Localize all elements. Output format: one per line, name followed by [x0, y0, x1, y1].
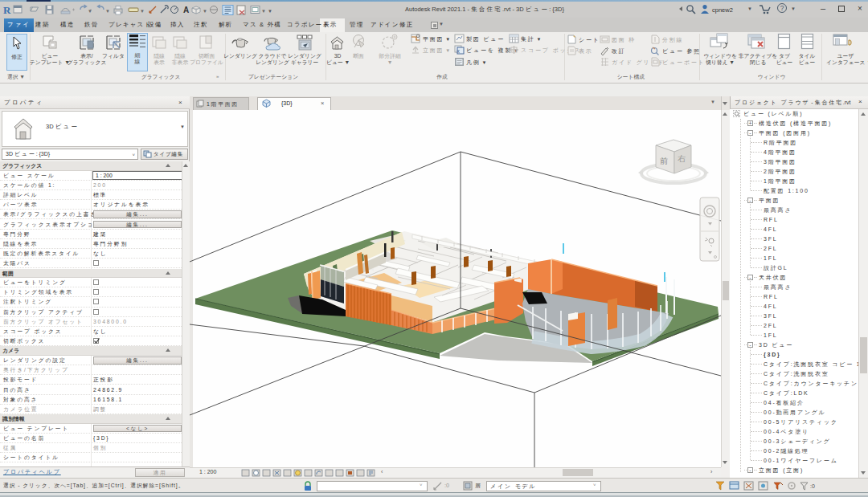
svg-text:前: 前	[660, 157, 668, 165]
svg-text:右: 右	[678, 154, 686, 163]
svg-text:▼: ▼	[140, 9, 145, 14]
svg-text:▼: ▼	[203, 9, 207, 14]
svg-text:A: A	[183, 6, 189, 14]
svg-text::0: :0	[810, 483, 815, 489]
svg-text:R: R	[3, 4, 11, 16]
svg-text:▼: ▼	[261, 9, 266, 14]
svg-text:x: x	[457, 48, 460, 54]
svg-text:▼: ▼	[268, 9, 272, 14]
svg-text:▼: ▼	[88, 9, 92, 14]
svg-text:▼: ▼	[105, 9, 110, 14]
